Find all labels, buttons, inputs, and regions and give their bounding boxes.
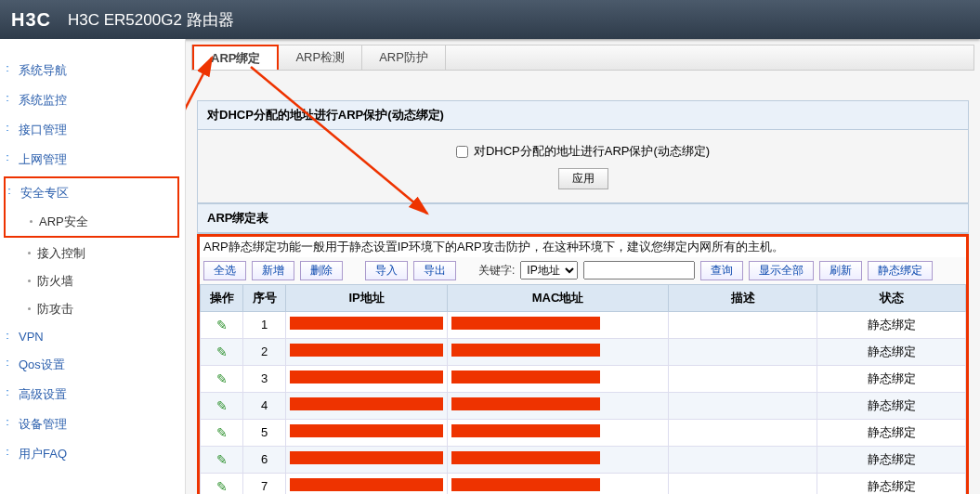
row-index: 1: [243, 311, 286, 338]
status-cell: 静态绑定: [817, 419, 966, 446]
sidebar-item[interactable]: 高级设置: [0, 380, 185, 410]
redacted-bar: [290, 478, 443, 491]
dhcp-arp-checkbox[interactable]: [456, 146, 468, 158]
ip-cell: [286, 311, 448, 338]
tab-arp-bind[interactable]: ARP绑定: [192, 45, 279, 70]
column-header: 描述: [669, 284, 817, 311]
sidebar-highlight-security: 安全专区 ARP安全: [4, 176, 179, 238]
toolbar: 全选 新增 删除 导入 导出 关键字: IP地址 查询 显示全部 刷新 静态绑定: [200, 257, 966, 284]
row-index: 3: [243, 365, 286, 392]
logo: H3C: [11, 9, 51, 31]
edit-icon[interactable]: ✎: [216, 452, 228, 467]
status-cell: 静态绑定: [817, 473, 966, 494]
redacted-bar: [290, 370, 443, 384]
redacted-bar: [290, 344, 443, 357]
delete-button[interactable]: 删除: [300, 261, 343, 280]
dhcp-arp-panel: 对DHCP分配的地址进行ARP保护(动态绑定) 对DHCP分配的地址进行ARP保…: [197, 100, 969, 203]
add-button[interactable]: 新增: [252, 261, 294, 280]
mac-cell: [448, 473, 669, 494]
ip-cell: [286, 392, 448, 419]
edit-icon[interactable]: ✎: [216, 479, 228, 494]
sidebar-item[interactable]: VPN: [0, 323, 185, 350]
table-row: ✎4静态绑定: [201, 392, 966, 419]
status-cell: 静态绑定: [817, 392, 966, 419]
edit-icon[interactable]: ✎: [216, 425, 228, 440]
status-cell: 静态绑定: [817, 338, 966, 365]
desc-cell: [669, 446, 817, 473]
desc-cell: [669, 392, 817, 419]
sidebar-item[interactable]: Qos设置: [0, 350, 185, 380]
edit-icon[interactable]: ✎: [216, 318, 228, 332]
select-all-button[interactable]: 全选: [203, 261, 246, 280]
tab-arp-protect[interactable]: ARP防护: [362, 46, 446, 70]
show-all-button[interactable]: 显示全部: [749, 261, 814, 280]
desc-cell: [669, 365, 817, 392]
mac-cell: [448, 392, 669, 419]
arp-bind-table-panel: ARP绑定表: [197, 203, 969, 234]
redacted-bar: [451, 424, 600, 437]
row-index: 6: [243, 446, 286, 473]
sidebar-item-arp-security[interactable]: ARP安全: [6, 208, 177, 236]
sidebar-item[interactable]: 上网管理: [0, 145, 185, 175]
column-header: MAC地址: [448, 284, 669, 311]
search-button[interactable]: 查询: [700, 261, 743, 280]
ip-cell: [286, 365, 448, 392]
tab-bar: ARP绑定 ARP检测 ARP防护: [191, 45, 974, 71]
sidebar-item[interactable]: 接口管理: [0, 115, 185, 145]
status-cell: 静态绑定: [817, 446, 966, 473]
table-row: ✎2静态绑定: [201, 338, 966, 365]
sidebar-item[interactable]: 防攻击: [0, 295, 185, 323]
export-button[interactable]: 导出: [413, 261, 456, 280]
sidebar-item[interactable]: 系统监控: [0, 85, 185, 115]
redacted-bar: [451, 317, 600, 330]
redacted-bar: [290, 397, 443, 410]
dhcp-arp-checkbox-label[interactable]: 对DHCP分配的地址进行ARP保护(动态绑定): [456, 143, 710, 160]
apply-button[interactable]: 应用: [558, 168, 608, 189]
redacted-bar: [290, 424, 443, 437]
row-index: 7: [243, 473, 286, 494]
status-cell: 静态绑定: [817, 365, 966, 392]
desc-cell: [669, 419, 817, 446]
edit-icon[interactable]: ✎: [216, 398, 228, 413]
sidebar-item[interactable]: 系统导航: [0, 56, 185, 85]
sidebar-item[interactable]: 设备管理: [0, 410, 185, 439]
main-content: ARP绑定 ARP检测 ARP防护 对DHCP分配的地址进行ARP保护(动态绑定…: [186, 39, 980, 494]
desc-cell: [669, 338, 817, 365]
row-index: 5: [243, 419, 286, 446]
column-header: 操作: [201, 284, 243, 311]
mac-cell: [448, 446, 669, 473]
static-bind-button[interactable]: 静态绑定: [868, 261, 933, 280]
keyword-label: 关键字:: [478, 263, 515, 279]
keyword-input[interactable]: [583, 261, 695, 280]
tab-arp-detect[interactable]: ARP检测: [279, 46, 362, 70]
row-index: 2: [243, 338, 286, 365]
arp-table-highlight: ARP静态绑定功能一般用于静态设置IP环境下的ARP攻击防护，在这种环境下，建议…: [197, 234, 969, 495]
sidebar-item[interactable]: 接入控制: [0, 240, 185, 267]
arp-table-desc: ARP静态绑定功能一般用于静态设置IP环境下的ARP攻击防护，在这种环境下，建议…: [200, 237, 966, 257]
mac-cell: [448, 338, 669, 365]
desc-cell: [669, 473, 817, 494]
edit-icon[interactable]: ✎: [216, 371, 228, 386]
ip-cell: [286, 446, 448, 473]
sidebar-item-security[interactable]: 安全专区: [6, 178, 177, 208]
table-row: ✎7静态绑定: [201, 473, 966, 494]
mac-cell: [448, 311, 669, 338]
column-header: 序号: [243, 284, 286, 311]
table-row: ✎6静态绑定: [201, 446, 966, 473]
redacted-bar: [290, 451, 443, 464]
ip-cell: [286, 419, 448, 446]
sidebar-item[interactable]: 防火墙: [0, 267, 185, 295]
mac-cell: [448, 419, 669, 446]
page-title: H3C ER5200G2 路由器: [68, 9, 234, 31]
ip-cell: [286, 338, 448, 365]
status-cell: 静态绑定: [817, 311, 966, 338]
import-button[interactable]: 导入: [365, 261, 408, 280]
keyword-field-select[interactable]: IP地址: [520, 261, 578, 280]
row-index: 4: [243, 392, 286, 419]
sidebar-item[interactable]: 用户FAQ: [0, 439, 185, 469]
ip-cell: [286, 473, 448, 494]
app-header: H3C H3C ER5200G2 路由器: [0, 0, 980, 39]
refresh-button[interactable]: 刷新: [819, 261, 862, 280]
sidebar: 系统导航系统监控接口管理上网管理 安全专区 ARP安全 接入控制防火墙防攻击 V…: [0, 39, 186, 494]
edit-icon[interactable]: ✎: [216, 344, 228, 359]
